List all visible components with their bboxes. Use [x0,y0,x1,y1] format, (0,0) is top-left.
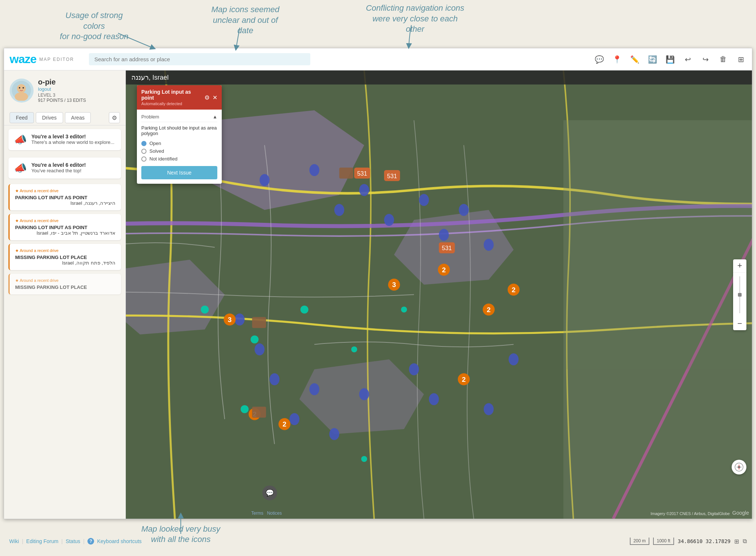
svg-point-24 [439,229,449,241]
svg-point-26 [484,239,494,251]
sidebar: o-pie logout LEVEL 3 917 POINTS / 13 EDI… [4,70,126,519]
svg-text:2: 2 [512,286,516,294]
radio-group: Open Solved Not identified [141,141,217,162]
pencil-icon[interactable]: ✏️ [629,54,640,65]
svg-point-1 [17,84,26,93]
notification-text-level3: You're a level 3 editor! There's a whole… [31,134,114,145]
issue-popup-body: Problem ▲ Parking Lot should be input as… [137,110,222,184]
header-bar: waze MAP EDITOR 💬 📍 ✏️ 🔄 💾 ↩ ↪ 🗑 ⊞ [4,48,752,70]
drive-location-1: היציירה, רעננה, Israel [15,200,115,206]
chat-bubble-button[interactable]: 💬 [262,486,277,500]
svg-point-12 [251,335,259,343]
share-icon[interactable]: ⧉ [743,538,747,545]
svg-point-2 [15,92,28,101]
drive-item-1[interactable]: ★ Around a recent drive PARKING LOT INPU… [8,184,121,210]
zoom-out-button[interactable]: − [733,317,746,330]
terms-label[interactable]: Terms [251,511,263,516]
notices-label[interactable]: Notices [267,511,282,516]
svg-point-35 [429,393,439,405]
svg-point-21 [359,184,369,196]
svg-text:3: 3 [392,281,396,289]
chat-icon[interactable]: 💬 [594,54,605,65]
imagery-label: Imagery ©2017 CNES / Airbus, DigitalGlob… [650,511,730,516]
google-logo: Google [732,510,749,516]
compass-button[interactable] [732,460,746,474]
notif-body-level6: You've reached the top! [31,168,86,173]
status-link[interactable]: Status [66,538,80,544]
svg-text:3: 3 [228,316,232,324]
zoom-slider[interactable] [733,273,746,317]
editing-forum-link[interactable]: Editing Forum [26,538,58,544]
svg-point-13 [300,305,308,314]
username: o-pie [38,78,86,86]
svg-rect-56 [252,407,266,418]
tab-drives[interactable]: Drives [36,112,63,123]
keyboard-shortcuts-link[interactable]: Keyboard shortcuts [97,538,142,544]
save-icon[interactable]: 💾 [664,54,676,65]
drive-item-3[interactable]: ★ Around a recent drive MISSING PARKING … [8,244,121,270]
header-icons: 💬 📍 ✏️ 🔄 💾 ↩ ↪ 🗑 ⊞ [594,54,746,65]
radio-notid-circle [141,156,146,162]
collapse-icon[interactable]: ▲ [213,114,217,120]
drive-label-2: ★ Around a recent drive [15,218,115,223]
svg-point-32 [329,428,339,440]
close-icon-popup[interactable]: ✕ [213,94,217,101]
drive-title-4: MISSING PARKING LOT PLACE [15,284,115,290]
radio-solved-circle [141,149,146,154]
drive-title-3: MISSING PARKING LOT PLACE [15,255,115,260]
issue-popup-header: Parking Lot input as point Automatically… [137,85,222,110]
notification-text-level6: You're a level 6 editor! You've reached … [31,162,86,173]
tab-areas[interactable]: Areas [65,112,91,123]
search-input[interactable] [89,53,310,65]
settings-icon-popup[interactable]: ⚙ [204,94,210,101]
radio-not-identified[interactable]: Not identified [141,156,217,162]
svg-point-19 [310,164,320,176]
radio-solved[interactable]: Solved [141,148,217,154]
location-pin-icon[interactable]: 📍 [611,54,622,65]
svg-text:531: 531 [387,173,397,179]
refresh-icon[interactable]: 🔄 [647,54,658,65]
svg-point-22 [384,214,394,226]
map-area: 3 2 2 2 2 2 2 3 [126,70,752,519]
app-container: waze MAP EDITOR 💬 📍 ✏️ 🔄 💾 ↩ ↪ 🗑 ⊞ [4,48,752,519]
settings-icon[interactable]: ⚙ [109,112,120,123]
zoom-in-button[interactable]: + [733,259,746,273]
next-issue-button[interactable]: Next Issue [141,166,217,179]
issue-popup: Parking Lot input as point Automatically… [137,85,222,184]
radio-open-circle [141,141,146,146]
issue-header-icons: ⚙ ✕ [204,94,217,101]
drive-item-2[interactable]: ★ Around a recent drive PARKING LOT INPU… [8,214,121,240]
svg-point-15 [401,307,407,312]
issue-section-title: Problem ▲ [141,114,217,122]
svg-point-4 [23,87,24,89]
svg-rect-65 [563,369,752,519]
compass-icon [735,463,743,472]
trash-icon[interactable]: 🗑 [718,54,729,65]
logout-link[interactable]: logout [38,86,86,92]
notif-title-level3: You're a level 3 editor! [31,134,114,139]
avatar [10,79,34,103]
user-profile: o-pie logout LEVEL 3 917 POINTS / 13 EDI… [4,70,125,110]
drive-item-4[interactable]: ★ Around a recent drive MISSING PARKING … [8,274,121,294]
layers-icon[interactable]: ⊞ [735,54,746,65]
issue-description: Parking Lot should be input as area poly… [141,125,217,136]
redo-icon[interactable]: ↪ [700,54,711,65]
waze-logo: waze MAP EDITOR [10,52,74,66]
svg-text:531: 531 [442,245,452,251]
zoom-slider-svg [738,276,742,313]
map-zoom-controls: + − [733,259,746,330]
grid-icon[interactable]: ⊞ [734,538,739,545]
tab-feed[interactable]: Feed [10,112,34,123]
svg-rect-67 [738,293,742,297]
header-search-container [89,53,310,65]
scale-1000ft: 1000 ft [653,538,674,545]
svg-point-25 [459,204,469,216]
undo-icon[interactable]: ↩ [682,54,693,65]
radio-open[interactable]: Open [141,141,217,146]
star-icon-4: ★ [15,278,19,283]
wiki-link[interactable]: Wiki [9,538,19,544]
svg-point-18 [260,174,270,186]
svg-point-27 [235,314,245,325]
callout-strong-colors: Usage of strong colors for no-good reaso… [57,10,131,42]
map-location-header: רעננה, Israel [126,70,752,84]
